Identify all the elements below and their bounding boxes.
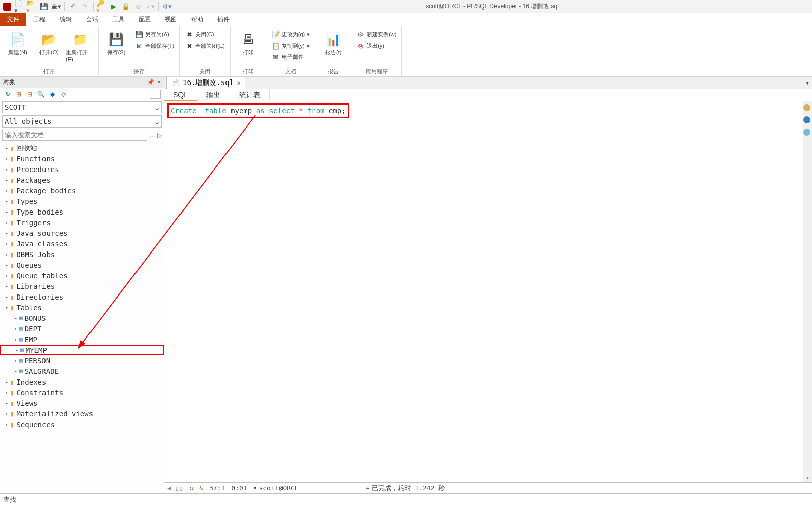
expand-arrow-icon[interactable]: ▸ <box>3 230 10 236</box>
status-nav-icons[interactable]: ◀ ▯▯ <box>167 484 183 492</box>
status-refresh-icon[interactable]: ↻ <box>189 484 193 492</box>
search-go-icon[interactable]: ▷ <box>157 132 162 139</box>
tree-folder[interactable]: ▸▮Procedures <box>0 164 164 175</box>
table-node[interactable]: ▸▦SALGRADE <box>0 366 164 376</box>
panel-slot[interactable] <box>150 90 161 99</box>
menu-plugin[interactable]: 插件 <box>210 13 237 26</box>
document-tab[interactable]: 📄 16.增删改.sql × <box>166 77 245 89</box>
redo-icon[interactable]: ↷ <box>79 1 91 12</box>
print-button[interactable]: 🖶打印 <box>234 28 263 56</box>
new-button[interactable]: 📄新建(N) <box>3 28 32 56</box>
table-node[interactable]: ▸▦MYEMP <box>0 345 164 355</box>
tree-folder[interactable]: ▸▮Indexes <box>0 376 164 387</box>
tree-folder[interactable]: ▸▮Packages <box>0 175 164 185</box>
run-icon[interactable]: ▶ <box>108 1 119 12</box>
expand-icon[interactable]: ⊞ <box>14 90 23 99</box>
expand-arrow-icon[interactable]: ▸ <box>3 177 10 183</box>
find-obj-icon[interactable]: 🔍 <box>36 90 46 99</box>
table-node[interactable]: ▸▦DEPT <box>0 323 164 334</box>
report-button[interactable]: 📊报告(t) <box>319 28 348 56</box>
menu-edit[interactable]: 编辑 <box>53 13 79 26</box>
undo-icon[interactable]: ↶ <box>67 1 78 12</box>
tree-folder[interactable]: ▸▮回收站 <box>0 143 164 153</box>
tree-folder[interactable]: ▸▮Constraints <box>0 387 164 398</box>
change-to-button[interactable]: 📝更改为(g)▾ <box>269 29 312 39</box>
tree-folder[interactable]: ▸▮Queue tables <box>0 270 164 281</box>
close-all-button[interactable]: ✖全部关闭(E) <box>183 40 227 51</box>
tree-folder[interactable]: ▸▮Directories <box>0 291 164 302</box>
expand-arrow-icon[interactable]: ▸ <box>3 283 10 289</box>
expand-arrow-icon[interactable]: ▸ <box>12 358 19 363</box>
search-input[interactable] <box>2 130 147 141</box>
object-tree[interactable]: ▸▮回收站▸▮Functions▸▮Procedures▸▮Packages▸▮… <box>0 142 164 493</box>
exit-button[interactable]: ⊗退出(y) <box>354 40 398 51</box>
tree-folder[interactable]: ▸▮Functions <box>0 153 164 164</box>
save-button[interactable]: 💾保存(S) <box>102 28 131 56</box>
tree-folder[interactable]: ▸▮Libraries <box>0 281 164 291</box>
menu-help[interactable]: 帮助 <box>184 13 210 26</box>
lock-icon[interactable]: 🔒 <box>120 1 131 12</box>
search-more-icon[interactable]: … <box>149 132 155 139</box>
menu-tools[interactable]: 工具 <box>105 13 131 26</box>
copy-to-button[interactable]: 📋复制到(y)▾ <box>269 40 312 51</box>
window-dropdown-icon[interactable]: ▾ <box>803 79 812 87</box>
tree-folder[interactable]: ▸▮DBMS_Jobs <box>0 249 164 260</box>
expand-arrow-icon[interactable]: ▸ <box>3 166 10 172</box>
tree-folder[interactable]: ▸▮Sequences <box>0 419 164 430</box>
expand-arrow-icon[interactable]: ▾ <box>3 305 10 310</box>
expand-arrow-icon[interactable]: ▸ <box>3 421 10 427</box>
table-node[interactable]: ▸▦PERSON <box>0 355 164 366</box>
menu-view[interactable]: 视图 <box>158 13 184 26</box>
filter-icon[interactable]: ◆ <box>48 90 57 99</box>
table-node[interactable]: ▸▦BONUS <box>0 313 164 323</box>
expand-arrow-icon[interactable]: ▸ <box>3 156 10 161</box>
expand-arrow-icon[interactable]: ▸ <box>3 220 10 225</box>
reopen-button[interactable]: 📁重新打开(E) <box>66 28 95 62</box>
tab-sql[interactable]: SQL <box>164 89 197 101</box>
close-button[interactable]: ✖关闭(C) <box>183 29 227 39</box>
tree-folder[interactable]: ▸▮Package bodies <box>0 185 164 196</box>
expand-arrow-icon[interactable]: ▸ <box>3 411 10 416</box>
save-all-button[interactable]: 🗎全部保存(T) <box>133 40 176 51</box>
dock-help-icon[interactable] <box>803 129 810 136</box>
commit-icon[interactable]: ✓▾ <box>145 1 156 12</box>
expand-arrow-icon[interactable]: ▸ <box>3 209 10 215</box>
refresh-icon[interactable]: ↻ <box>3 90 12 99</box>
editor-scrollbar[interactable]: ▴ ▾ <box>803 101 812 482</box>
expand-arrow-icon[interactable]: ▸ <box>12 336 19 342</box>
new-icon[interactable]: 📄▾ <box>14 1 25 12</box>
tree-folder[interactable]: ▸▮Queues <box>0 260 164 270</box>
pin-icon[interactable]: 📌 <box>147 79 154 86</box>
tree-folder[interactable]: ▸▮Materialized views <box>0 408 164 419</box>
key-icon[interactable]: 🔑▾ <box>96 1 107 12</box>
expand-arrow-icon[interactable]: ▸ <box>3 390 10 395</box>
tree-folder[interactable]: ▸▮Java classes <box>0 238 164 249</box>
tree-folder[interactable]: ▸▮Types <box>0 196 164 206</box>
open-icon[interactable]: 📂▾ <box>26 1 37 12</box>
dock-world-icon[interactable] <box>803 104 810 111</box>
open-button[interactable]: 📂打开(O) <box>34 28 64 56</box>
print-icon[interactable]: 🖶▾ <box>51 1 62 12</box>
tree-folder[interactable]: ▸▮Type bodies <box>0 206 164 217</box>
expand-arrow-icon[interactable]: ▸ <box>3 273 10 278</box>
expand-arrow-icon[interactable]: ▸ <box>12 315 19 321</box>
sql-editor[interactable]: Create table myemp as select * from emp;… <box>164 101 812 482</box>
save-icon[interactable]: 💾 <box>38 1 50 12</box>
scroll-down-icon[interactable]: ▾ <box>803 473 812 482</box>
sort-icon[interactable]: ◇ <box>59 90 68 99</box>
expand-arrow-icon[interactable]: ▸ <box>3 251 10 257</box>
expand-arrow-icon[interactable]: ▸ <box>3 145 10 151</box>
schema-combo[interactable]: SCOTT⌄ <box>2 101 162 113</box>
tree-folder[interactable]: ▾▮Tables <box>0 302 164 313</box>
stop-icon[interactable]: ⊘ <box>132 1 144 12</box>
tree-folder[interactable]: ▸▮Java sources <box>0 228 164 238</box>
expand-arrow-icon[interactable]: ▸ <box>3 198 10 204</box>
email-button[interactable]: ✉电子邮件 <box>269 52 312 62</box>
expand-arrow-icon[interactable]: ▸ <box>13 347 20 353</box>
expand-arrow-icon[interactable]: ▸ <box>3 188 10 193</box>
table-node[interactable]: ▸▦EMP <box>0 334 164 345</box>
save-as-button[interactable]: 💾另存为(A) <box>133 29 176 39</box>
settings-icon[interactable]: ⚙▾ <box>161 1 172 12</box>
expand-arrow-icon[interactable]: ▸ <box>12 368 19 374</box>
menu-project[interactable]: 工程 <box>26 13 53 26</box>
